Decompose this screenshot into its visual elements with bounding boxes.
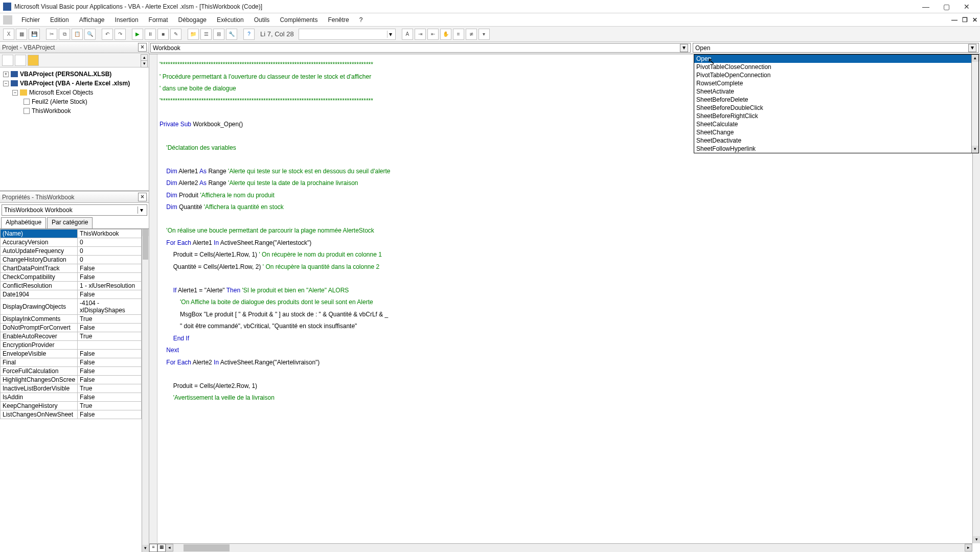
properties-object-select[interactable]: ThisWorkbook Workbook ▾ [2, 204, 147, 216]
property-row[interactable]: Date1904False [1, 290, 142, 299]
property-value[interactable]: True [78, 384, 142, 393]
dropdown-option[interactable]: SheetCalculate [694, 120, 978, 128]
run-button[interactable]: ▶ [132, 29, 143, 40]
minimize-button[interactable]: — [916, 0, 936, 13]
procedure-combo[interactable]: Open ▾ [693, 43, 979, 53]
view-code-button[interactable] [2, 55, 13, 66]
hand-button[interactable]: ✋ [440, 29, 451, 40]
scroll-thumb[interactable] [143, 229, 148, 260]
menu-outils[interactable]: Outils [249, 16, 275, 24]
dropdown-option[interactable]: SheetDeactivate [694, 136, 978, 145]
property-value[interactable]: False [78, 393, 142, 402]
font-size-button[interactable]: A [402, 29, 413, 40]
properties-window-button[interactable]: ☰ [200, 29, 212, 40]
dropdown-option-open[interactable]: Open [694, 55, 978, 63]
extra-button[interactable]: ▾ [478, 29, 490, 40]
menu-insertion[interactable]: Insertion [110, 16, 144, 24]
property-row[interactable]: InactiveListBorderVisibleTrue [1, 384, 142, 393]
property-value[interactable]: False [78, 367, 142, 376]
property-row[interactable]: (Name)ThisWorkbook [1, 229, 142, 238]
tab-par-categorie[interactable]: Par catégorie [47, 217, 93, 228]
dropdown-option[interactable]: SheetBeforeRightClick [694, 112, 978, 120]
property-value[interactable]: 0 [78, 238, 142, 247]
project-tree[interactable]: +VBAProject (PERSONAL.XLSB) −VBAProject … [0, 67, 149, 190]
dropdown-option[interactable]: SheetBeforeDelete [694, 96, 978, 104]
scroll-down-icon[interactable]: ▾ [973, 536, 980, 543]
property-row[interactable]: IsAddinFalse [1, 393, 142, 402]
toggle-folders-button[interactable] [28, 55, 39, 66]
help-button[interactable]: ? [243, 29, 255, 40]
property-row[interactable]: AccuracyVersion0 [1, 238, 142, 247]
property-row[interactable]: CheckCompatibilityFalse [1, 273, 142, 282]
procedure-view-button[interactable]: ≡ [149, 544, 157, 552]
property-value[interactable]: -4104 - xlDisplayShapes [78, 299, 142, 315]
dropdown-option[interactable]: SheetBeforeDoubleClick [694, 104, 978, 112]
menu-fenetre[interactable]: Fenêtre [323, 16, 354, 24]
outdent-button[interactable]: ⇤ [427, 29, 439, 40]
toolbox-button[interactable]: 🔧 [226, 29, 237, 40]
maximize-button[interactable]: ▢ [936, 0, 956, 13]
view-object-button[interactable] [15, 55, 26, 66]
property-value[interactable]: False [78, 350, 142, 358]
menu-execution[interactable]: Exécution [212, 16, 249, 24]
tab-alphabetique[interactable]: Alphabétique [1, 217, 46, 228]
property-value[interactable]: False [78, 358, 142, 367]
project-explorer-button[interactable]: 📁 [188, 29, 199, 40]
property-value[interactable]: 0 [78, 247, 142, 256]
project-pane-close-button[interactable]: × [138, 43, 147, 52]
property-value[interactable]: True [78, 332, 142, 341]
dropdown-scrollbar[interactable]: ▴ ▾ [971, 55, 978, 153]
undo-button[interactable]: ↶ [102, 29, 113, 40]
proc-combo[interactable]: ▾ [299, 29, 396, 40]
redo-button[interactable]: ↷ [115, 29, 126, 40]
property-value[interactable]: False [78, 290, 142, 299]
menu-format[interactable]: Format [144, 16, 173, 24]
property-value[interactable]: False [78, 264, 142, 273]
property-value[interactable]: True [78, 402, 142, 410]
doc-restore-button[interactable]: ❐ [960, 16, 970, 24]
property-row[interactable]: EnableAutoRecoverTrue [1, 332, 142, 341]
dropdown-option[interactable]: RowsetComplete [694, 79, 978, 87]
property-value[interactable]: 1 - xlUserResolution [78, 282, 142, 290]
doc-minimize-button[interactable]: — [949, 16, 960, 24]
design-mode-button[interactable]: ✎ [170, 29, 181, 40]
dropdown-option[interactable]: PivotTableCloseConnection [694, 63, 978, 71]
property-row[interactable]: DoNotPromptForConvertFalse [1, 324, 142, 332]
dropdown-option[interactable]: SheetChange [694, 128, 978, 136]
property-row[interactable]: KeepChangeHistoryTrue [1, 402, 142, 410]
scroll-thumb[interactable] [184, 544, 230, 551]
project-scroll-down[interactable]: ▾ [141, 60, 148, 67]
property-row[interactable]: ChangeHistoryDuration0 [1, 256, 142, 264]
property-row[interactable]: DisplayDrawingObjects-4104 - xlDisplaySh… [1, 299, 142, 315]
doc-close-button[interactable]: ✕ [970, 16, 980, 24]
scroll-up-icon[interactable]: ▴ [972, 55, 978, 62]
property-value[interactable]: ThisWorkbook [78, 229, 142, 238]
property-value[interactable]: True [78, 315, 142, 324]
insert-module-button[interactable]: ▦ [16, 29, 27, 40]
property-value[interactable]: False [78, 324, 142, 332]
property-row[interactable]: HighlightChangesOnScreeFalse [1, 376, 142, 384]
project-node-alerte[interactable]: −VBAProject (VBA - Alerte Excel .xlsm) [1, 79, 148, 88]
dropdown-option[interactable]: SheetFollowHyperlink [694, 145, 978, 153]
property-row[interactable]: ConflictResolution1 - xlUserResolution [1, 282, 142, 290]
paste-button[interactable]: 📋 [72, 29, 83, 40]
menu-debogage[interactable]: Débogage [173, 16, 212, 24]
project-item-feuil2[interactable]: Feuil2 (Alerte Stock) [1, 97, 148, 106]
property-value[interactable]: False [78, 273, 142, 282]
menu-edition[interactable]: Edition [45, 16, 74, 24]
scroll-right-icon[interactable]: ▸ [965, 544, 972, 551]
uncomment-button[interactable]: ≢ [466, 29, 477, 40]
property-row[interactable]: DisplayInkCommentsTrue [1, 315, 142, 324]
save-button[interactable]: 💾 [29, 29, 40, 40]
property-row[interactable]: AutoUpdateFrequency0 [1, 247, 142, 256]
property-row[interactable]: EncryptionProvider [1, 341, 142, 350]
menu-affichage[interactable]: Affichage [74, 16, 110, 24]
find-button[interactable]: 🔍 [84, 29, 96, 40]
property-row[interactable]: ForceFullCalculationFalse [1, 367, 142, 376]
comment-button[interactable]: ≡ [453, 29, 464, 40]
dropdown-option[interactable]: PivotTableOpenConnection [694, 71, 978, 79]
properties-scrollbar[interactable]: ▴ ▾ [142, 229, 149, 552]
scroll-down-icon[interactable]: ▾ [142, 545, 149, 552]
project-node-personal[interactable]: +VBAProject (PERSONAL.XLSB) [1, 70, 148, 79]
scroll-left-icon[interactable]: ◂ [166, 544, 173, 551]
